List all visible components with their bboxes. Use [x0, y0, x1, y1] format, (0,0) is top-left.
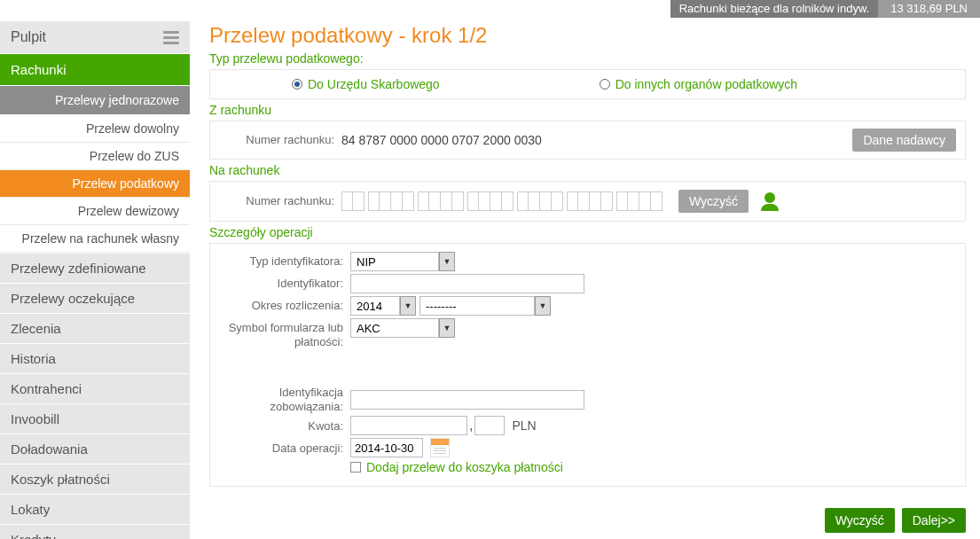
period-part-value: --------: [419, 296, 535, 316]
to-account-panel: Numer rachunku: Wyczyść: [209, 181, 966, 222]
sidebar-item-contractors[interactable]: Kontrahenci: [0, 374, 190, 404]
amount-sep: ,: [469, 418, 473, 434]
iban-digit[interactable]: [403, 191, 414, 211]
date-input[interactable]: [350, 438, 423, 457]
iban-digit[interactable]: [529, 191, 540, 211]
sidebar-item-loans[interactable]: Kredyty: [0, 525, 190, 539]
details-panel: Typ identyfikatora: NIP ▼ Identyfikator:…: [209, 243, 966, 487]
sidebar-sub-fx[interactable]: Przelew dewizowy: [0, 198, 190, 225]
sidebar-accounts[interactable]: Rachunki: [0, 54, 190, 86]
contact-picker-icon[interactable]: [761, 192, 779, 210]
chevron-down-icon[interactable]: ▼: [439, 252, 455, 271]
iban-digit[interactable]: [502, 191, 514, 211]
iban-digit[interactable]: [441, 191, 452, 211]
account-type-label: Rachunki bieżące dla rolników indyw.: [670, 0, 879, 18]
sidebar-group-onetime[interactable]: Przelewy jednorazowe: [0, 86, 190, 115]
sidebar-item-topups[interactable]: Doładowania: [0, 434, 190, 465]
sidebar-sub-any[interactable]: Przelew dowolny: [0, 115, 190, 143]
obligation-input[interactable]: [350, 390, 584, 410]
sidebar-item-basket[interactable]: Koszyk płatności: [0, 465, 190, 495]
sidebar: Pulpit Rachunki Przelewy jednorazowe Prz…: [0, 21, 190, 539]
from-account-label: Z rachunku: [209, 103, 966, 117]
iban-digit[interactable]: [651, 191, 662, 211]
identifier-label: Identyfikator:: [219, 277, 350, 291]
from-acct-no: 84 8787 0000 0000 0707 2000 0030: [341, 133, 542, 147]
from-account-panel: Numer rachunku: 84 8787 0000 0000 0707 2…: [209, 121, 966, 160]
iban-digit[interactable]: [341, 191, 353, 211]
iban-digit[interactable]: [380, 191, 391, 211]
iban-digit[interactable]: [616, 191, 628, 211]
form-symbol-label: Symbol formularza lub płatności:: [219, 318, 350, 348]
id-type-select[interactable]: NIP ▼: [350, 252, 455, 271]
sidebar-sub-tax[interactable]: Przelew podatkowy: [0, 170, 190, 198]
iban-digit[interactable]: [578, 191, 590, 211]
details-label: Szczegóły operacji: [209, 225, 966, 239]
id-type-label: Typ identyfikatora:: [219, 254, 350, 269]
obligation-label: Identyfikacja zobowiązania:: [219, 386, 350, 413]
iban-digit[interactable]: [567, 191, 578, 211]
period-part-select[interactable]: -------- ▼: [419, 296, 551, 316]
iban-digit[interactable]: [391, 191, 403, 211]
account-balance: 13 318,69 PLN: [878, 0, 980, 18]
iban-digit[interactable]: [467, 191, 479, 211]
iban-digit[interactable]: [353, 191, 365, 211]
iban-digit[interactable]: [429, 191, 441, 211]
iban-digit[interactable]: [368, 191, 380, 211]
sidebar-item-invoobill[interactable]: Invoobill: [0, 404, 190, 434]
footer-clear-button[interactable]: Wyczyść: [825, 508, 895, 533]
iban-digit[interactable]: [628, 191, 639, 211]
chevron-down-icon[interactable]: ▼: [400, 296, 416, 316]
iban-digit[interactable]: [639, 191, 651, 211]
iban-digit[interactable]: [490, 191, 502, 211]
iban-digit[interactable]: [452, 191, 464, 211]
period-year-select[interactable]: 2014 ▼: [350, 296, 416, 316]
hamburger-icon[interactable]: [163, 31, 179, 44]
amount-main-input[interactable]: [350, 416, 467, 435]
sidebar-sub-zus[interactable]: Przelew do ZUS: [0, 143, 190, 170]
amount-label: Kwota:: [219, 419, 350, 434]
radio-other-tax[interactable]: Do innych organów podatkowych: [600, 77, 797, 91]
to-account-label: Na rachunek: [209, 163, 966, 177]
transfer-type-panel: Do Urzędu Skarbowego Do innych organów p…: [209, 69, 966, 99]
chevron-down-icon[interactable]: ▼: [535, 296, 551, 316]
calendar-icon[interactable]: [430, 438, 450, 457]
footer-next-button[interactable]: Dalej>>: [902, 508, 966, 533]
chevron-down-icon[interactable]: ▼: [439, 318, 455, 338]
identifier-input[interactable]: [350, 274, 584, 293]
iban-digit[interactable]: [590, 191, 601, 211]
transfer-type-label: Typ przelewu podatkowego:: [209, 51, 966, 66]
iban-input[interactable]: [341, 191, 662, 211]
sender-info-button[interactable]: Dane nadawcy: [852, 129, 956, 152]
radio-tax-office[interactable]: Do Urzędu Skarbowego: [292, 77, 440, 91]
sidebar-item-defined[interactable]: Przelewy zdefiniowane: [0, 253, 190, 284]
form-symbol-value: AKC: [350, 318, 439, 338]
sidebar-item-orders[interactable]: Zlecenia: [0, 314, 190, 344]
page-title: Przelew podatkowy - krok 1/2: [209, 23, 966, 48]
sidebar-dashboard-label: Pulpit: [11, 29, 46, 45]
iban-digit[interactable]: [479, 191, 490, 211]
sidebar-item-pending[interactable]: Przelewy oczekujące: [0, 284, 190, 314]
sidebar-dashboard[interactable]: Pulpit: [0, 21, 190, 54]
iban-digit[interactable]: [418, 191, 429, 211]
from-acct-no-label: Numer rachunku:: [219, 133, 341, 147]
to-acct-no-label: Numer rachunku:: [219, 194, 341, 208]
basket-checkbox[interactable]: [350, 462, 361, 473]
date-label: Data operacji:: [219, 441, 350, 456]
iban-digit[interactable]: [552, 191, 563, 211]
iban-digit[interactable]: [540, 191, 552, 211]
id-type-value: NIP: [350, 252, 439, 271]
iban-digit[interactable]: [517, 191, 529, 211]
sidebar-sub-own[interactable]: Przelew na rachunek własny: [0, 225, 190, 253]
sidebar-item-deposits[interactable]: Lokaty: [0, 495, 190, 525]
clear-iban-button[interactable]: Wyczyść: [678, 190, 749, 213]
iban-digit[interactable]: [601, 191, 613, 211]
sidebar-item-history[interactable]: Historia: [0, 344, 190, 374]
radio-other-tax-label: Do innych organów podatkowych: [615, 77, 797, 91]
basket-checkbox-label: Dodaj przelew do koszyka płatności: [366, 460, 563, 474]
radio-icon: [292, 79, 302, 90]
amount-cents-input[interactable]: [474, 416, 505, 435]
top-bar: Rachunki bieżące dla rolników indyw. 13 …: [0, 0, 980, 18]
main-content: Przelew podatkowy - krok 1/2 Typ przelew…: [190, 18, 980, 539]
currency-label: PLN: [512, 418, 536, 433]
form-symbol-select[interactable]: AKC ▼: [350, 318, 455, 338]
